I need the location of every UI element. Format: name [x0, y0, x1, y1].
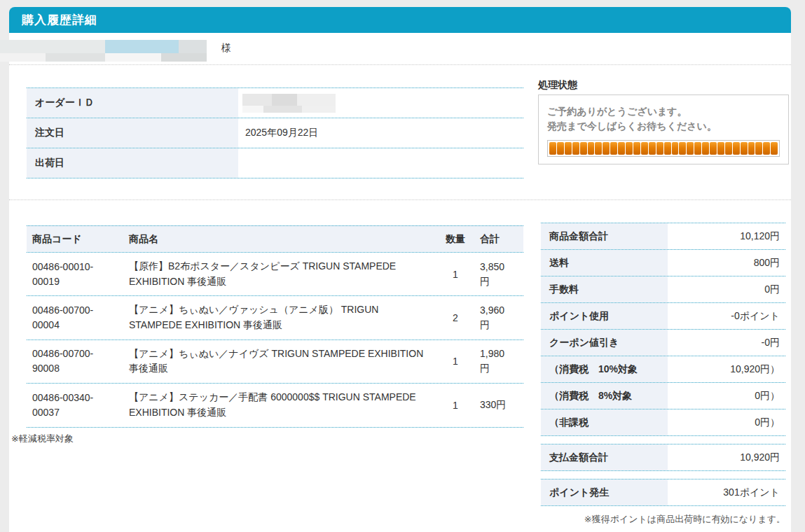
progress-segment	[626, 142, 633, 155]
customer-suffix: 様	[221, 42, 231, 55]
product-qty: 2	[439, 312, 472, 323]
table-row: 手数料 0円	[541, 276, 785, 302]
table-row: 00486-00700- 90008 【アニメ】ちぃぬい／ナイヴズ TRIGUN…	[27, 340, 523, 383]
summary-value: 0円）	[668, 383, 785, 409]
progress-segment	[557, 142, 564, 155]
table-row: ポイント使用 -0ポイント	[541, 302, 785, 329]
page-title-bar: 購入履歴詳細	[9, 7, 791, 33]
product-code: 00486-00010- 00019	[27, 260, 125, 289]
progress-segment	[588, 142, 595, 155]
progress-segment	[741, 142, 748, 155]
summary-label: 送料	[541, 250, 668, 276]
product-code: 00486-00340- 00037	[27, 391, 125, 420]
points-earned-label: ポイント発生	[541, 479, 668, 505]
payment-total-label: 支払金額合計	[541, 444, 668, 470]
product-total: 1,980 円	[472, 346, 523, 376]
separator-middle	[9, 200, 791, 200]
table-row: （消費税 8%対象 0円）	[541, 382, 785, 409]
progress-segment	[565, 142, 572, 155]
points-note: ※獲得ポイントは商品出荷時に有効になります。	[541, 513, 785, 526]
order-info-table: オーダーＩＤ 注文日 2025年09月22日	[27, 88, 523, 178]
order-id-value	[238, 88, 523, 118]
summary-value: 10,120円	[668, 223, 785, 249]
progress-segment	[656, 142, 663, 155]
status-message: ご予約ありがとうございます。 発売まで今しばらくお待ちください。	[547, 104, 780, 134]
summary-value: -0円	[668, 330, 785, 356]
progress-segment	[755, 142, 762, 155]
progress-segment	[633, 142, 640, 155]
order-id-censored	[242, 94, 336, 113]
progress-segment	[603, 142, 610, 155]
customer-name-row: 様	[9, 33, 791, 64]
status-message-line1: ご予約ありがとうございます。	[547, 104, 780, 119]
reduced-tax-note: ※軽減税率対象	[11, 433, 74, 445]
product-code: 00486-00700- 00004	[27, 303, 125, 332]
summary-label: （消費税 8%対象	[541, 383, 668, 409]
summary-label: ポイント使用	[541, 303, 668, 329]
summary-value: 0円）	[668, 410, 785, 435]
table-row: 商品金額合計 10,120円	[541, 223, 785, 249]
product-total: 330円	[472, 398, 523, 412]
product-qty: 1	[439, 400, 472, 411]
table-row: （消費税 10%対象 10,920円）	[541, 356, 785, 382]
summary-main-table: 商品金額合計 10,120円 送料 800円 手数料 0円 ポイント使用 -0ポ…	[541, 223, 785, 436]
header-total: 合計	[472, 232, 523, 246]
order-id-label: オーダーＩＤ	[27, 88, 238, 118]
progress-segment	[725, 142, 732, 155]
table-row: 注文日 2025年09月22日	[27, 118, 523, 148]
progress-segment	[679, 142, 686, 155]
points-earned-value: 301ポイント	[668, 479, 785, 505]
separator-top	[9, 64, 791, 65]
product-name: 【アニメ】ステッカー／手配書 6000000$$ TRIGUN STAMPEDE…	[125, 384, 439, 426]
main-card: 購入履歴詳細 様 オーダーＩＤ	[9, 7, 791, 532]
summary-label: 商品金額合計	[541, 223, 668, 249]
table-row: 00486-00700- 00004 【アニメ】ちぃぬい／ヴァッシュ（アニメ版）…	[27, 295, 523, 339]
order-date-value: 2025年09月22日	[238, 118, 523, 148]
progress-segment	[771, 142, 778, 155]
header-product-code: 商品コード	[27, 232, 125, 246]
progress-segment	[618, 142, 625, 155]
summary-points-table: ポイント発生 301ポイント	[541, 479, 785, 506]
payment-total-value: 10,920円	[668, 444, 785, 470]
progress-segment	[733, 142, 740, 155]
summary-label: （非課税	[541, 410, 668, 435]
product-name: 【アニメ】ちぃぬい／ナイヴズ TRIGUN STAMPEDE EXHIBITIO…	[125, 340, 439, 383]
summary-value: 10,920円）	[668, 356, 785, 382]
product-name: 【アニメ】ちぃぬい／ヴァッシュ（アニメ版） TRIGUN STAMPEDE EX…	[125, 296, 439, 339]
table-row: 支払金額合計 10,920円	[541, 444, 785, 470]
summary-value: 800円	[668, 250, 785, 276]
progress-segment	[580, 142, 587, 155]
progress-segment	[610, 142, 617, 155]
customer-name-censored	[0, 40, 207, 62]
progress-segment	[641, 142, 648, 155]
progress-segment	[702, 142, 709, 155]
ship-date-label: 出荷日	[27, 148, 238, 178]
product-table-header: 商品コード 商品名 数量 合計	[27, 225, 523, 252]
header-product-name: 商品名	[125, 225, 439, 253]
table-row: 00486-00340- 00037 【アニメ】ステッカー／手配書 600000…	[27, 383, 523, 426]
product-table: 商品コード 商品名 数量 合計 00486-00010- 00019 【原作】B…	[27, 225, 523, 428]
product-qty: 1	[439, 269, 472, 280]
progress-segment	[572, 142, 579, 155]
summary-value: 0円	[668, 276, 785, 302]
table-row: 出荷日	[27, 148, 523, 178]
progress-segment	[748, 142, 755, 155]
order-date-label: 注文日	[27, 118, 238, 148]
table-row: 送料 800円	[541, 249, 785, 276]
progress-segment	[549, 142, 556, 155]
product-name: 【原作】B2布ポスター／スタンピーズ TRIGUN STAMPEDE EXHIB…	[125, 253, 439, 295]
progress-segment	[595, 142, 602, 155]
progress-segment	[687, 142, 694, 155]
summary-label: （消費税 10%対象	[541, 356, 668, 382]
progress-segment	[649, 142, 656, 155]
product-total: 3,960 円	[472, 303, 523, 332]
status-box: ご予約ありがとうございます。 発売まで今しばらくお待ちください。	[538, 94, 789, 164]
summary-value: -0ポイント	[668, 303, 785, 329]
progress-segment	[717, 142, 724, 155]
progress-segment	[664, 142, 671, 155]
summary-label: クーポン値引き	[541, 330, 668, 356]
status-message-line2: 発売まで今しばらくお待ちください。	[547, 119, 780, 134]
summary-total-table: 支払金額合計 10,920円	[541, 444, 785, 471]
status-section-title: 処理状態	[538, 79, 577, 92]
table-row: 00486-00010- 00019 【原作】B2布ポスター／スタンピーズ TR…	[27, 252, 523, 295]
